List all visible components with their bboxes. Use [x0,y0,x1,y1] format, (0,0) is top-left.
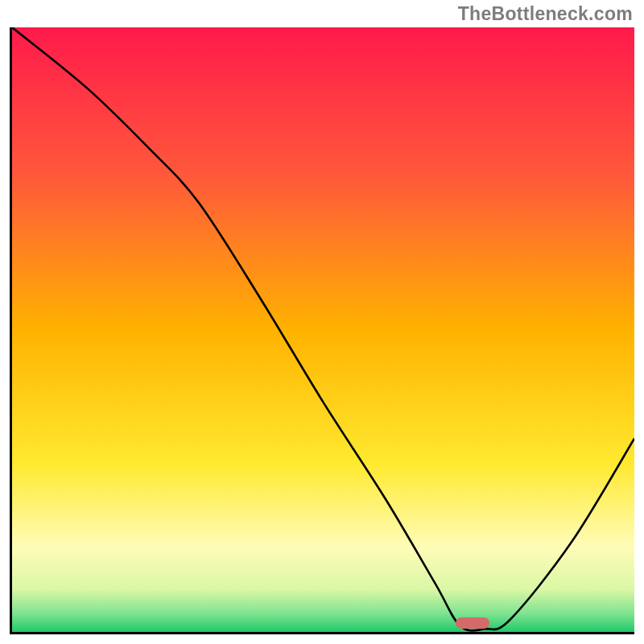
chart-container: TheBottleneck.com [0,0,644,644]
optimal-marker [456,617,489,629]
watermark-text: TheBottleneck.com [458,3,633,25]
bottleneck-curve [12,27,634,632]
plot-area [10,27,634,634]
